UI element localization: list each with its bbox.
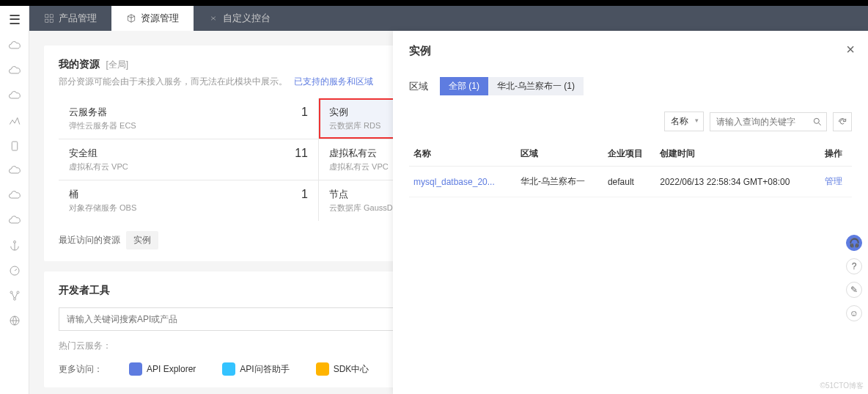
menu-toggle-icon[interactable]: ☰	[9, 12, 21, 28]
svg-rect-7	[45, 15, 48, 18]
more-label: 更多访问：	[59, 363, 103, 376]
resource-title: 安全组	[69, 147, 128, 160]
action-manage[interactable]: 管理	[820, 167, 852, 197]
instance-name-link[interactable]: mysql_datbase_20...	[409, 167, 516, 197]
table-header: 区域	[516, 142, 603, 167]
table-row: mysql_datbase_20...华北-乌兰察布一default2022/0…	[409, 167, 852, 197]
resource-cell[interactable]: 安全组虚拟私有云 VPC11	[59, 139, 318, 180]
cell-project: default	[603, 167, 655, 197]
filter-row: 名称	[409, 112, 852, 131]
resource-count: 1	[301, 188, 308, 201]
link-icon	[129, 362, 142, 376]
instance-table: 名称区域企业项目创建时间操作 mysql_datbase_20...华北-乌兰察…	[409, 142, 852, 197]
link-sdk[interactable]: SDK中心	[316, 362, 369, 376]
cloud-icon[interactable]	[8, 40, 21, 53]
tab-product-management[interactable]: 产品管理	[29, 6, 111, 31]
chart-icon[interactable]	[8, 114, 21, 128]
resource-cell[interactable]: 桶对象存储服务 OBS1	[59, 180, 318, 221]
resource-cell[interactable]: 云服务器弹性云服务器 ECS1	[59, 98, 318, 139]
region-tab-all[interactable]: 全部 (1)	[440, 77, 488, 95]
support-icon[interactable]: 🎧	[846, 235, 862, 251]
card-title: 我的资源	[59, 58, 100, 71]
table-header: 企业项目	[603, 142, 655, 167]
close-icon[interactable]: ×	[846, 41, 855, 58]
header-tabs: 产品管理 资源管理 自定义控台	[29, 6, 868, 31]
svg-rect-10	[50, 19, 53, 22]
svg-rect-0	[12, 142, 18, 150]
resource-title: 云服务器	[69, 106, 136, 119]
float-tools: 🎧 ? ✎ ☺	[846, 235, 862, 321]
tab-resource-management[interactable]: 资源管理	[111, 6, 194, 31]
instance-drawer: 实例 × 区域 全部 (1) 华北-乌兰察布一 (1) 名称 名称区域企业项目创…	[393, 31, 868, 394]
link-label: API Explorer	[147, 364, 196, 374]
resource-title: 虚拟私有云	[329, 147, 389, 160]
window-titlebar	[0, 0, 868, 6]
cloud-icon[interactable]	[8, 90, 21, 103]
resource-subtitle: 对象存储服务 OBS	[69, 203, 136, 214]
resource-count: 1	[301, 106, 308, 119]
card-title: 开发者工具	[59, 284, 110, 297]
gauge-icon[interactable]	[8, 264, 21, 277]
note-link[interactable]: 已支持的服务和区域	[294, 76, 373, 87]
cloud-icon[interactable]	[8, 214, 21, 227]
edit-icon[interactable]: ✎	[846, 282, 862, 298]
resource-subtitle: 云数据库 RDS	[329, 120, 380, 131]
cloud-icon[interactable]	[8, 65, 21, 78]
link-icon	[316, 362, 329, 376]
globe-icon[interactable]	[8, 314, 21, 327]
recent-chip[interactable]: 实例	[126, 231, 158, 249]
resource-count: 11	[295, 147, 308, 160]
region-tab-ulanqab[interactable]: 华北-乌兰察布一 (1)	[488, 77, 584, 95]
help-icon[interactable]: ?	[846, 258, 862, 274]
link-icon	[222, 362, 235, 376]
link-label: API问答助手	[240, 363, 289, 376]
anchor-icon[interactable]	[8, 239, 21, 252]
resource-title: 实例	[329, 106, 380, 119]
cloud-icon[interactable]	[8, 189, 21, 203]
cloud-icon[interactable]	[8, 164, 21, 178]
refresh-icon[interactable]	[833, 112, 852, 131]
tab-label: 自定义控台	[223, 12, 271, 25]
note-text: 部分资源可能会由于未接入服务，而无法在此模块中展示。	[59, 76, 287, 87]
svg-rect-9	[45, 19, 48, 22]
tab-label: 产品管理	[59, 12, 97, 25]
filter-select[interactable]: 名称	[664, 112, 704, 131]
watermark: ©51CTO博客	[820, 381, 864, 391]
cell-region: 华北-乌兰察布一	[516, 167, 603, 197]
resource-subtitle: 虚拟私有云 VPC	[329, 161, 389, 172]
tab-custom-console[interactable]: 自定义控台	[194, 6, 285, 31]
svg-point-5	[13, 298, 15, 300]
search-icon[interactable]	[808, 112, 827, 131]
card-scope: [全局]	[106, 59, 128, 70]
region-filter: 区域 全部 (1) 华北-乌兰察布一 (1)	[409, 77, 852, 95]
table-header: 名称	[409, 142, 516, 167]
link-api-qa[interactable]: API问答助手	[222, 362, 289, 376]
link-label: SDK中心	[334, 363, 369, 376]
device-icon[interactable]	[8, 139, 21, 153]
resource-subtitle: 弹性云服务器 ECS	[69, 120, 136, 131]
svg-point-11	[814, 118, 819, 123]
region-label: 区域	[409, 80, 428, 93]
recent-label: 最近访问的资源	[59, 234, 120, 247]
cell-created: 2022/06/13 22:58:34 GMT+08:00	[655, 167, 820, 197]
table-header: 创建时间	[655, 142, 820, 167]
drawer-title: 实例	[409, 44, 852, 58]
feedback-icon[interactable]: ☺	[846, 305, 862, 321]
left-sidebar: ☰	[0, 6, 29, 394]
nodes-icon[interactable]	[8, 289, 21, 302]
tab-label: 资源管理	[141, 12, 179, 25]
resource-subtitle: 虚拟私有云 VPC	[69, 161, 128, 172]
link-api-explorer[interactable]: API Explorer	[129, 362, 196, 376]
svg-point-1	[13, 241, 15, 243]
table-header: 操作	[820, 142, 852, 167]
svg-rect-8	[50, 15, 53, 18]
resource-title: 桶	[69, 188, 136, 201]
